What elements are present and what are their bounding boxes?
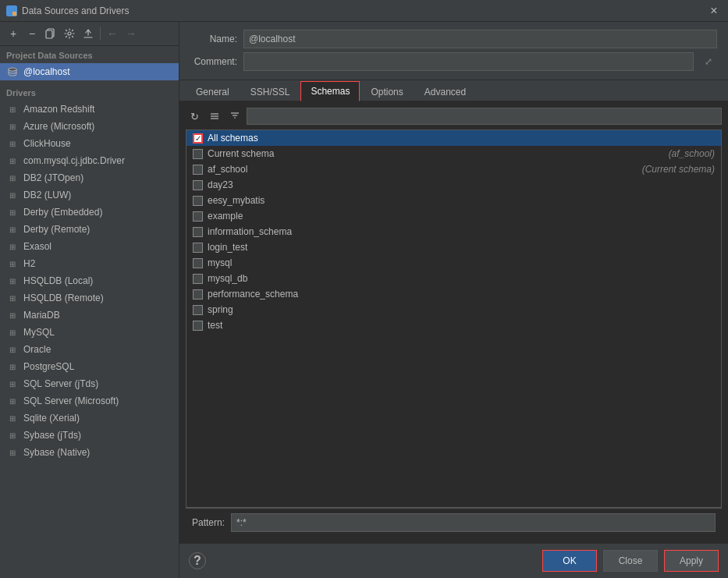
driver-label: MariaDB [23, 310, 60, 321]
filter-button[interactable] [226, 108, 243, 125]
schema-checkbox[interactable] [193, 211, 203, 222]
sidebar-item-driver[interactable]: ⊞Amazon Redshift [0, 101, 179, 118]
ok-button[interactable]: OK [542, 550, 597, 572]
schema-checkbox[interactable] [193, 180, 203, 190]
close-dialog-button[interactable]: Close [603, 550, 658, 572]
add-button[interactable]: + [5, 25, 22, 42]
schema-checkbox[interactable] [193, 289, 203, 300]
copy-button[interactable] [42, 25, 59, 42]
driver-icon: ⊞ [6, 120, 19, 133]
drivers-section: Drivers [0, 83, 179, 101]
schema-row[interactable]: spring [186, 302, 721, 317]
sidebar-item-driver[interactable]: ⊞Derby (Embedded) [0, 204, 179, 221]
main-container: + − ← → P [0, 22, 728, 578]
help-button[interactable]: ? [189, 552, 206, 569]
sidebar-item-driver[interactable]: ⊞H2 [0, 255, 179, 272]
schema-toolbar: ↻ [186, 108, 722, 125]
schema-checkbox[interactable] [193, 165, 203, 175]
schema-sub: (Current schema) [642, 164, 715, 175]
remove-button[interactable]: − [23, 25, 41, 42]
schema-checkbox[interactable] [193, 321, 203, 331]
schema-row[interactable]: information_schema [186, 224, 721, 239]
name-input[interactable] [243, 30, 717, 48]
driver-icon: ⊞ [6, 103, 19, 115]
sidebar-item-driver[interactable]: ⊞HSQLDB (Remote) [0, 289, 179, 307]
pattern-label: Pattern: [192, 517, 225, 528]
comment-input[interactable] [243, 52, 694, 71]
svg-rect-2 [7, 12, 11, 16]
tab-general[interactable]: General [186, 82, 240, 101]
sidebar-item-driver[interactable]: ⊞com.mysql.cj.jdbc.Driver [0, 152, 179, 169]
schema-row[interactable]: example [186, 208, 721, 224]
driver-icon: ⊞ [6, 137, 19, 150]
schema-row[interactable]: af_school(Current schema) [186, 161, 721, 177]
sidebar-item-driver[interactable]: ⊞DB2 (LUW) [0, 186, 179, 204]
sidebar-item-driver[interactable]: ⊞DB2 (JTOpen) [0, 169, 179, 186]
sidebar-item-driver[interactable]: ⊞Exasol [0, 238, 179, 255]
driver-icon: ⊞ [6, 275, 19, 287]
schema-name: example [208, 211, 715, 222]
driver-icon: ⊞ [6, 154, 19, 167]
schema-checkbox[interactable] [193, 274, 203, 284]
svg-point-7 [9, 68, 16, 71]
sidebar-item-localhost[interactable]: @localhost [0, 63, 179, 80]
schema-checkbox[interactable] [193, 258, 203, 268]
title-bar: Data Sources and Drivers × [0, 0, 728, 22]
sidebar-item-driver[interactable]: ⊞Sqlite (Xerial) [0, 410, 179, 427]
sidebar-item-driver[interactable]: ⊞SQL Server (jTds) [0, 375, 179, 392]
driver-label: SQL Server (Microsoft) [23, 395, 119, 406]
schema-name: eesy_mybatis [208, 195, 715, 206]
schema-row[interactable]: eesy_mybatis [186, 193, 721, 208]
close-button[interactable]: × [706, 3, 722, 19]
app-icon [6, 5, 17, 16]
database-icon [6, 66, 19, 78]
expand-button[interactable]: ⤢ [700, 53, 717, 70]
title-bar-left: Data Sources and Drivers [6, 5, 129, 16]
back-button[interactable]: ← [104, 25, 121, 42]
sidebar-item-driver[interactable]: ⊞ClickHouse [0, 135, 179, 152]
schema-row[interactable]: login_test [186, 239, 721, 255]
schema-checkbox[interactable] [193, 149, 203, 159]
driver-label: Azure (Microsoft) [23, 121, 94, 132]
schema-checkbox[interactable] [193, 305, 203, 315]
schema-row[interactable]: Current schema(af_school) [186, 146, 721, 161]
schema-row[interactable]: test [186, 317, 721, 333]
sidebar-item-driver[interactable]: ⊞MariaDB [0, 307, 179, 324]
forward-button[interactable]: → [123, 25, 140, 42]
sidebar-item-driver[interactable]: ⊞MySQL [0, 324, 179, 341]
sidebar-item-driver[interactable]: ⊞Sybase (jTds) [0, 427, 179, 444]
schema-checkbox[interactable] [193, 227, 203, 237]
sidebar-item-driver[interactable]: ⊞HSQLDB (Local) [0, 272, 179, 289]
driver-label: ClickHouse [23, 138, 71, 149]
apply-button[interactable]: Apply [664, 550, 719, 572]
schema-row[interactable]: day23 [186, 177, 721, 193]
sidebar-item-driver[interactable]: ⊞SQL Server (Microsoft) [0, 392, 179, 410]
collapse-button[interactable] [206, 108, 223, 125]
tabs-bar: General SSH/SSL Schemas Options Advanced [179, 80, 728, 101]
schema-search-input[interactable] [247, 108, 722, 125]
tab-schemas[interactable]: Schemas [300, 81, 360, 101]
pattern-input[interactable] [231, 513, 716, 532]
sidebar-item-driver[interactable]: ⊞Oracle [0, 341, 179, 358]
schema-checkbox[interactable] [193, 243, 203, 253]
schema-row[interactable]: ✓All schemas [186, 130, 721, 146]
sidebar-item-driver[interactable]: ⊞Azure (Microsoft) [0, 118, 179, 135]
schema-checkbox[interactable]: ✓ [193, 133, 203, 144]
schema-checkbox[interactable] [193, 196, 203, 206]
tab-options[interactable]: Options [360, 82, 413, 101]
settings-button[interactable] [61, 25, 78, 42]
schema-row[interactable]: mysql_db [186, 271, 721, 286]
refresh-button[interactable]: ↻ [186, 108, 203, 125]
tab-advanced[interactable]: Advanced [414, 82, 476, 101]
sidebar-item-driver[interactable]: ⊞PostgreSQL [0, 358, 179, 375]
tab-ssh-ssl[interactable]: SSH/SSL [240, 82, 300, 101]
sidebar-toolbar: + − ← → [0, 22, 179, 46]
sidebar-item-driver[interactable]: ⊞Sybase (Native) [0, 444, 179, 461]
export-button[interactable] [80, 25, 97, 42]
schema-name: mysql_db [208, 273, 715, 284]
schema-name: Current schema [208, 148, 661, 159]
sidebar-item-driver[interactable]: ⊞Derby (Remote) [0, 221, 179, 238]
schema-row[interactable]: mysql [186, 255, 721, 271]
pattern-row: Pattern: [186, 508, 722, 537]
schema-row[interactable]: performance_schema [186, 286, 721, 302]
